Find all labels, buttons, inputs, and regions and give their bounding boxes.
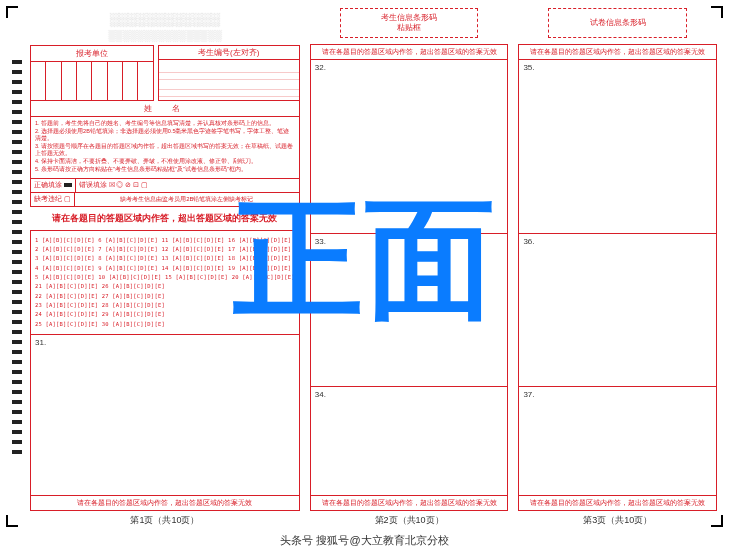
exam-subtitle: ░░░░░░░░░░░░░░░░: [30, 30, 300, 41]
exam-unit-box: 报考单位: [30, 45, 154, 101]
mc-row: 4 [A][B][C][D][E] 9 [A][B][C][D][E] 14 […: [35, 264, 295, 273]
barcode-line1: 考生信息条形码: [381, 13, 437, 23]
mc-row: 2 [A][B][C][D][E] 7 [A][B][C][D][E] 12 […: [35, 245, 295, 254]
question-box: 36.: [519, 234, 716, 387]
ticket-number-box: 考生编号(左对齐): [158, 45, 300, 101]
question-box: 33.: [311, 234, 508, 387]
question-box: 35.: [519, 60, 716, 234]
paper-barcode-box: 试卷信息条形码: [548, 8, 687, 38]
instruction-line: 1. 答题前，考生先将自己的姓名、考生编号等信息填写清楚，并认真核对条形码上的信…: [35, 120, 295, 127]
question-box: 34.: [311, 387, 508, 495]
warning-text: 请在各题目的答题区域内作答，超出答题区域的答案无效: [30, 207, 300, 230]
question-number: 36.: [523, 237, 534, 246]
page-1: ░░░░░░░░░░░░ ░░░░░░░░░░░░░░░░ 报考单位 考生编号(…: [30, 6, 300, 527]
mc-row: 23 [A][B][C][D][E] 28 [A][B][C][D][E]: [35, 301, 295, 310]
page-3: 试卷信息条形码 请在各题目的答题区域内作答，超出答题区域的答案无效 35. 36…: [518, 6, 717, 527]
instruction-line: 4. 保持卡面清洁，不要折叠、不要弄破、弄皱，不准使用涂改液、修正带、刮纸刀。: [35, 158, 295, 165]
page2-number: 第2页（共10页）: [310, 511, 509, 527]
multiple-choice-grid: 1 [A][B][C][D][E] 6 [A][B][C][D][E] 11 […: [30, 230, 300, 335]
question-number: 37.: [523, 390, 534, 399]
area-footer: 请在各题目的答题区域内作答，超出答题区域的答案无效: [311, 495, 508, 510]
ticket-number-header: 考生编号(左对齐): [159, 46, 299, 60]
area-header: 请在各题目的答题区域内作答，超出答题区域的答案无效: [311, 45, 508, 60]
instruction-line: 3. 请按照题号顺序在各题目的答题区域内作答，超出答题区域书写的答案无效；在草稿…: [35, 143, 295, 157]
page3-answer-area: 请在各题目的答题区域内作答，超出答题区域的答案无效 35. 36. 37. 请在…: [518, 44, 717, 511]
page-spread: ░░░░░░░░░░░░ ░░░░░░░░░░░░░░░░ 报考单位 考生编号(…: [30, 6, 717, 527]
absent-note: 缺考考生信息由监考员用2B铅笔填涂左侧缺考标记: [75, 193, 299, 206]
mc-row: 22 [A][B][C][D][E] 27 [A][B][C][D][E]: [35, 292, 295, 301]
instruction-line: 2. 选择题必须使用2B铅笔填涂；非选择题必须使用0.5毫米黑色字迹签字笔书写，…: [35, 128, 295, 142]
question-31-box: 31.: [30, 335, 300, 496]
candidate-info-row: 报考单位 考生编号(左对齐): [30, 45, 300, 101]
area-footer: 请在各题目的答题区域内作答，超出答题区域的答案无效: [519, 495, 716, 510]
instructions-box: 1. 答题前，考生先将自己的姓名、考生编号等信息填写清楚，并认真核对条形码上的信…: [30, 117, 300, 179]
mc-row: 24 [A][B][C][D][E] 29 [A][B][C][D][E]: [35, 310, 295, 319]
instruction-line: 5. 条形码请按正确方向粘贴在"考生信息条形码粘贴框"及"试卷信息条形码"框内。: [35, 166, 295, 173]
question-number: 31.: [35, 338, 46, 347]
page1-footer-warn: 请在各题目的答题区域内作答，超出答题区域的答案无效: [30, 496, 300, 511]
question-number: 33.: [315, 237, 326, 246]
barcode-line1: 试卷信息条形码: [590, 18, 646, 28]
question-number: 32.: [315, 63, 326, 72]
wrong-fill-label: 错误填涂 ☒ ◎ ⊘ ⊡ ▢: [76, 179, 151, 192]
fill-sample-row: 正确填涂 错误填涂 ☒ ◎ ⊘ ⊡ ▢: [30, 179, 300, 193]
exam-title: ░░░░░░░░░░░░: [30, 12, 300, 28]
correct-fill-label: 正确填涂: [31, 179, 76, 192]
mc-row: 3 [A][B][C][D][E] 8 [A][B][C][D][E] 13 […: [35, 254, 295, 263]
mc-row: 5 [A][B][C][D][E] 10 [A][B][C][D][E] 15 …: [35, 273, 295, 282]
absent-label: 缺考违纪 ▢: [31, 193, 75, 206]
question-box: 32.: [311, 60, 508, 234]
barcode-line2: 粘贴框: [397, 23, 421, 33]
name-box: 姓 名: [30, 101, 300, 117]
page-2: 考生信息条形码 粘贴框 请在各题目的答题区域内作答，超出答题区域的答案无效 32…: [310, 6, 509, 527]
mc-row: 1 [A][B][C][D][E] 6 [A][B][C][D][E] 11 […: [35, 236, 295, 245]
area-header: 请在各题目的答题区域内作答，超出答题区域的答案无效: [519, 45, 716, 60]
page3-number: 第3页（共10页）: [518, 511, 717, 527]
crop-mark-tl: [6, 6, 20, 20]
mc-row: 21 [A][B][C][D][E] 26 [A][B][C][D][E]: [35, 282, 295, 291]
question-number: 35.: [523, 63, 534, 72]
crop-mark-bl: [6, 513, 20, 527]
page2-answer-area: 请在各题目的答题区域内作答，超出答题区域的答案无效 32. 33. 34. 请在…: [310, 44, 509, 511]
question-number: 34.: [315, 390, 326, 399]
question-box: 37.: [519, 387, 716, 495]
candidate-barcode-box: 考生信息条形码 粘贴框: [340, 8, 479, 38]
timing-marks: [12, 60, 24, 460]
source-credit: 头条号 搜狐号@大立教育北京分校: [0, 533, 729, 548]
exam-unit-header: 报考单位: [31, 46, 153, 62]
mc-row: 25 [A][B][C][D][E] 30 [A][B][C][D][E]: [35, 320, 295, 329]
absent-row: 缺考违纪 ▢ 缺考考生信息由监考员用2B铅笔填涂左侧缺考标记: [30, 193, 300, 207]
page1-number: 第1页（共10页）: [30, 511, 300, 527]
